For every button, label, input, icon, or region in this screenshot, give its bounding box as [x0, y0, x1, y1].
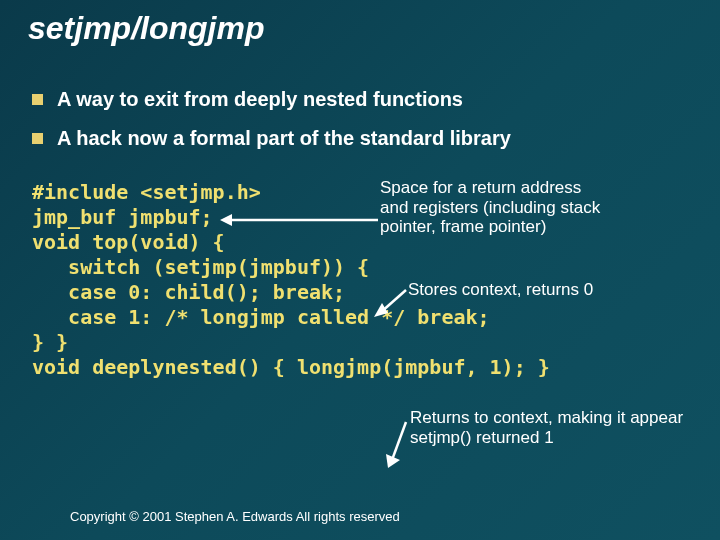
code-line: case 1: /* longjmp called */ break;: [32, 305, 700, 330]
bullet-text: A way to exit from deeply nested functio…: [57, 88, 463, 111]
bullet-square-icon: [32, 94, 43, 105]
code-line: void deeplynested() { longjmp(jmpbuf, 1)…: [32, 355, 700, 380]
copyright-text: Copyright © 2001 Stephen A. Edwards All …: [70, 509, 400, 524]
code-line: switch (setjmp(jmpbuf)) {: [32, 255, 700, 280]
annotation-stores: Stores context, returns 0: [408, 280, 668, 300]
bullet-list: A way to exit from deeply nested functio…: [32, 88, 700, 166]
bullet-item: A way to exit from deeply nested functio…: [32, 88, 700, 111]
svg-line-4: [392, 422, 406, 460]
bullet-item: A hack now a formal part of the standard…: [32, 127, 700, 150]
code-line: } }: [32, 330, 700, 355]
bullet-text: A hack now a formal part of the standard…: [57, 127, 511, 150]
slide-title: setjmp/longjmp: [28, 10, 264, 47]
bullet-square-icon: [32, 133, 43, 144]
annotation-space: Space for a return address and registers…: [380, 178, 610, 237]
annotation-returns: Returns to context, making it appear set…: [410, 408, 690, 447]
svg-marker-5: [386, 454, 400, 468]
arrow-icon: [382, 418, 412, 470]
